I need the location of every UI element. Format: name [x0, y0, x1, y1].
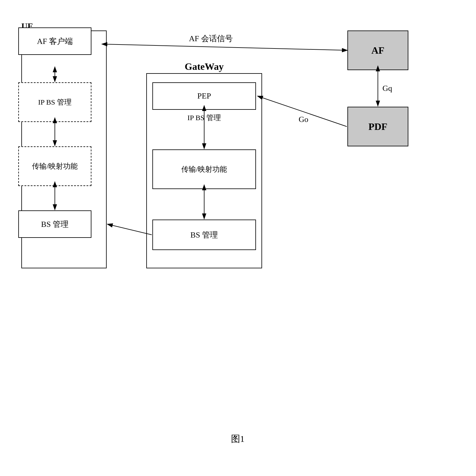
af-client-box: AF 客户端 [18, 27, 91, 55]
ipbs-ue-label: IP BS 管理 [38, 97, 72, 107]
trans-ue-label: 传输/映射功能 [32, 161, 78, 171]
bs-gw-label: BS 管理 [190, 230, 218, 240]
af-signal-label: AF 会话信号 [189, 34, 233, 43]
ipbs-ue-box: IP BS 管理 [18, 82, 91, 122]
trans-ue-box: 传输/映射功能 [18, 146, 91, 186]
go-arrow [258, 96, 347, 127]
af-box: AF [347, 30, 408, 70]
af-client-label: AF 客户端 [37, 36, 73, 47]
bs-ue-label: BS 管理 [41, 219, 69, 230]
trans-gw-box: 传输/映射功能 [152, 149, 256, 189]
pep-box: PEP [152, 82, 256, 110]
af-signal-arrow [107, 44, 347, 50]
bs-ue-box: BS 管理 [18, 210, 91, 238]
go-label: Go [299, 115, 308, 124]
af-label: AF [371, 45, 385, 56]
ipbs-gw-label: IP BS 管理 [152, 113, 256, 123]
pdf-label: PDF [368, 121, 387, 132]
bs-gw-box: BS 管理 [152, 220, 256, 250]
trans-gw-label: 传输/映射功能 [181, 164, 227, 174]
bs-gw-to-bs-ue-arrow [107, 224, 152, 235]
gq-label: Gq [382, 84, 392, 93]
gateway-label: GateWay [146, 61, 262, 72]
fig-caption: 图1 [12, 433, 463, 445]
pep-label: PEP [197, 91, 211, 101]
pdf-box: PDF [347, 107, 408, 146]
